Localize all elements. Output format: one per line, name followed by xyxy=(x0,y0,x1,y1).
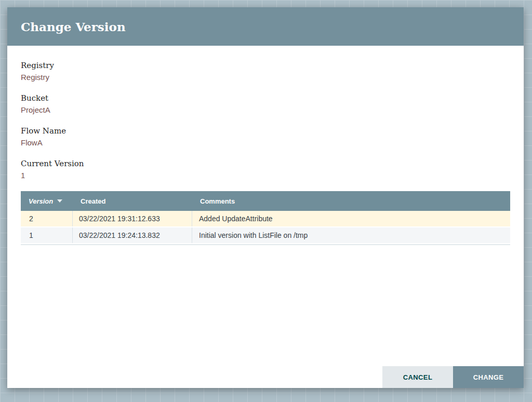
column-header-comments[interactable]: Comments xyxy=(192,197,510,205)
dialog-header: Change Version xyxy=(7,7,524,46)
created-column-label: Created xyxy=(81,197,105,205)
change-version-dialog: Change Version Registry Registry Bucket … xyxy=(7,7,524,388)
created-cell: 03/22/2021 19:24:13.832 xyxy=(73,227,192,243)
version-table: Version Created Comments 2 03/22/2021 19… xyxy=(21,191,510,245)
bucket-label: Bucket xyxy=(21,92,510,104)
change-button[interactable]: CHANGE xyxy=(453,366,524,388)
column-header-created[interactable]: Created xyxy=(73,197,192,205)
flow-canvas: Change Version Registry Registry Bucket … xyxy=(0,0,532,402)
comments-cell: Added UpdateAttribute xyxy=(192,211,510,226)
field-bucket: Bucket ProjectA xyxy=(21,92,510,116)
field-current-version: Current Version 1 xyxy=(21,158,510,181)
version-cell: 1 xyxy=(21,227,73,243)
cancel-button[interactable]: CANCEL xyxy=(382,366,453,388)
current-version-label: Current Version xyxy=(21,158,510,169)
comments-column-label: Comments xyxy=(200,197,235,205)
registry-value: Registry xyxy=(21,72,510,83)
dialog-title: Change Version xyxy=(21,20,126,34)
version-column-label: Version xyxy=(29,197,53,205)
version-cell: 2 xyxy=(21,211,73,226)
current-version-value: 1 xyxy=(21,170,510,181)
version-row-2[interactable]: 2 03/22/2021 19:31:12.633 Added UpdateAt… xyxy=(21,211,510,226)
flow-name-value: FlowA xyxy=(21,137,510,149)
created-cell: 03/22/2021 19:31:12.633 xyxy=(73,211,192,226)
field-flow-name: Flow Name FlowA xyxy=(21,125,510,149)
column-header-version[interactable]: Version xyxy=(21,197,73,205)
field-registry: Registry Registry xyxy=(21,60,510,83)
dialog-button-bar: CANCEL CHANGE xyxy=(382,366,524,388)
sort-descending-icon xyxy=(57,199,62,203)
version-table-header: Version Created Comments xyxy=(21,191,510,211)
bucket-value: ProjectA xyxy=(21,104,510,116)
dialog-body: Registry Registry Bucket ProjectA Flow N… xyxy=(7,46,524,388)
flow-name-label: Flow Name xyxy=(21,125,510,137)
registry-label: Registry xyxy=(21,60,510,71)
version-row-1[interactable]: 1 03/22/2021 19:24:13.832 Initial versio… xyxy=(21,227,510,243)
comments-cell: Initial version with ListFile on /tmp xyxy=(192,227,510,243)
